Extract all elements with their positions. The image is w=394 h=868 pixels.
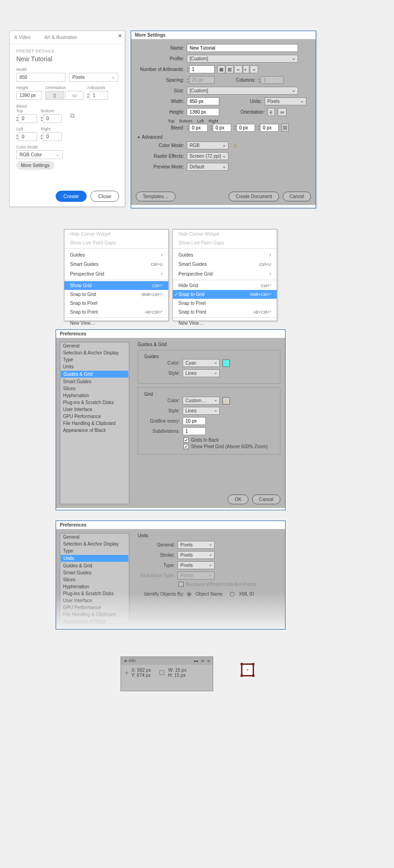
size-select[interactable]: [Custom]	[187, 87, 298, 95]
create-button[interactable]: Create	[56, 191, 87, 202]
menu-item-snap-to-point[interactable]: Snap to PointAlt+Ctrl+"	[64, 308, 168, 316]
subdivisions-input[interactable]	[183, 427, 206, 435]
pref-item-type[interactable]: Type	[60, 547, 129, 554]
menu-item-new-view-[interactable]: New View…	[173, 319, 277, 328]
pref-item-plug-ins-scratch-disks[interactable]: Plug-ins & Scratch Disks	[60, 399, 129, 406]
cancel-button[interactable]: Cancel	[283, 192, 311, 201]
object-name-radio[interactable]	[187, 592, 191, 597]
pref-item-general[interactable]: General	[60, 534, 129, 540]
menu-item-perspective-grid[interactable]: Perspective Grid	[64, 269, 168, 279]
ms-link-icon[interactable]: ⧉	[281, 123, 289, 132]
num-artboards-input[interactable]	[189, 65, 215, 73]
layout-ttb-icon[interactable]: ↕	[243, 65, 249, 73]
ms-bleed-bottom[interactable]	[213, 124, 231, 132]
link-icon[interactable]: ⧉	[70, 112, 75, 120]
guides-color-swatch[interactable]	[222, 360, 230, 367]
pref-item-guides-grid[interactable]: Guides & Grid	[60, 562, 129, 569]
bleed-top-input[interactable]: 0	[19, 114, 37, 123]
gridline-input[interactable]	[183, 417, 206, 425]
menu-item-snap-to-grid[interactable]: Snap to Grid✓Shift+Ctrl+"	[173, 290, 277, 299]
layout-rtl-icon[interactable]: →	[250, 65, 258, 73]
layout-grid-col-icon[interactable]: ▥	[226, 65, 234, 73]
pref-item-file-handling-clipboard[interactable]: File Handling & Clipboard	[60, 420, 129, 427]
tab-art-illustration[interactable]: Art & Illustration	[44, 35, 77, 40]
pref-item-guides-grid[interactable]: Guides & Grid	[60, 370, 129, 378]
menu-item-guides[interactable]: Guides	[64, 250, 168, 260]
pref-item-units[interactable]: Units	[60, 554, 129, 562]
pref-item-user-interface[interactable]: User Interface	[60, 406, 129, 413]
pref-item-hyphenation[interactable]: Hyphenation	[60, 392, 129, 399]
ms-colormode-select[interactable]: RGB	[187, 141, 229, 149]
raster-select[interactable]: Screen (72 ppi)	[187, 152, 229, 160]
templates-button[interactable]: Templates…	[136, 192, 176, 201]
width-input[interactable]: 850	[16, 73, 65, 82]
close-icon[interactable]: ×	[118, 32, 122, 39]
pref-item-smart-guides[interactable]: Smart Guides	[60, 378, 129, 385]
u-type-select[interactable]: Pixels	[178, 561, 215, 569]
bleed-bottom-input[interactable]: 0	[43, 114, 62, 123]
pref-item-plug-ins-scratch-disks[interactable]: Plug-ins & Scratch Disks	[60, 590, 129, 597]
u-general-select[interactable]: Pixels	[178, 541, 215, 549]
create-document-button[interactable]: Create Document	[229, 192, 279, 201]
xml-id-radio[interactable]	[230, 592, 235, 597]
close-button[interactable]: Close	[90, 191, 119, 202]
ms-bleed-top[interactable]	[189, 124, 208, 132]
ms-landscape-icon[interactable]: ▭	[278, 108, 286, 116]
menu-item-snap-to-pixel[interactable]: Snap to Pixel	[64, 299, 168, 308]
menu-icon[interactable]: ≡	[207, 658, 210, 663]
ms-portrait-icon[interactable]: ▯	[267, 108, 275, 116]
preview-select[interactable]: Default	[187, 163, 229, 171]
pref-item-hyphenation[interactable]: Hyphenation	[60, 583, 129, 590]
pref-item-type[interactable]: Type	[60, 356, 129, 363]
menu-item-perspective-grid[interactable]: Perspective Grid	[173, 269, 277, 279]
artboards-input[interactable]: 1	[89, 91, 108, 100]
layout-grid-row-icon[interactable]: ▦	[217, 65, 225, 73]
ms-bleed-left[interactable]	[236, 124, 255, 132]
menu-item-hide-grid[interactable]: Hide GridCtrl+"	[173, 281, 277, 290]
name-input[interactable]	[187, 44, 298, 52]
pref-item-gpu-performance[interactable]: GPU Performance	[60, 604, 129, 611]
pref-item-general[interactable]: General	[60, 342, 129, 349]
more-settings-button[interactable]: More Settings	[16, 161, 54, 170]
advanced-disclosure[interactable]: Advanced	[138, 135, 309, 140]
cancel-button[interactable]: Cancel	[252, 495, 280, 504]
collapse-icon[interactable]: ◂◂	[193, 658, 198, 663]
pref-item-units[interactable]: Units	[60, 363, 129, 370]
show-pixel-grid-checkbox[interactable]: ✔	[184, 444, 189, 449]
menu-item-snap-to-point[interactable]: Snap to PointAlt+Ctrl+"	[173, 308, 277, 316]
bleed-left-input[interactable]: 0	[19, 132, 37, 141]
menu-item-snap-to-pixel[interactable]: Snap to Pixel	[173, 299, 277, 308]
u-stroke-select[interactable]: Pixels	[178, 551, 215, 559]
menu-item-snap-to-grid[interactable]: Snap to GridShift+Ctrl+"	[64, 290, 168, 299]
document-name[interactable]: New Tutorial	[16, 55, 118, 63]
tab-video[interactable]: & Video	[14, 35, 31, 40]
menu-item-smart-guides[interactable]: Smart GuidesCtrl+U	[64, 260, 168, 269]
pref-item-appearance-of-black[interactable]: Appearance of Black	[60, 618, 129, 625]
pref-item-user-interface[interactable]: User Interface	[60, 597, 129, 604]
pref-item-file-handling-clipboard[interactable]: File Handling & Clipboard	[60, 611, 129, 618]
grid-style-select[interactable]: Lines	[183, 407, 220, 415]
grid-color-swatch[interactable]	[222, 397, 230, 405]
pref-item-gpu-performance[interactable]: GPU Performance	[60, 413, 129, 420]
menu-item-smart-guides[interactable]: Smart GuidesCtrl+U	[173, 260, 277, 269]
orientation-landscape-icon[interactable]: ▭	[65, 91, 83, 100]
ms-width-input[interactable]	[187, 97, 219, 105]
menu-item-guides[interactable]: Guides	[173, 250, 277, 260]
units-select[interactable]: Pixels	[69, 73, 118, 82]
colormode-select[interactable]: RGB Color	[16, 150, 63, 159]
profile-select[interactable]: [Custom]	[187, 55, 298, 63]
bleed-right-input[interactable]: 0	[43, 132, 62, 141]
orientation-portrait-icon[interactable]: ▯	[45, 91, 64, 100]
ms-height-input[interactable]	[187, 108, 219, 116]
height-input[interactable]: 1390 px	[16, 91, 42, 100]
selected-artwork-object[interactable]	[241, 663, 254, 676]
guides-color-select[interactable]: Cyan	[183, 359, 220, 367]
ok-button[interactable]: OK	[228, 495, 248, 504]
pref-item-smart-guides[interactable]: Smart Guides	[60, 569, 129, 576]
ms-units-select[interactable]: Pixels	[265, 97, 306, 105]
pref-item-selection-anchor-display[interactable]: Selection & Anchor Display	[60, 349, 129, 356]
grid-color-select[interactable]: Custom…	[183, 397, 220, 405]
menu-item-show-grid[interactable]: Show GridCtrl+"	[64, 281, 168, 290]
pref-item-selection-anchor-display[interactable]: Selection & Anchor Display	[60, 540, 129, 547]
pref-item-appearance-of-black[interactable]: Appearance of Black	[60, 427, 129, 434]
